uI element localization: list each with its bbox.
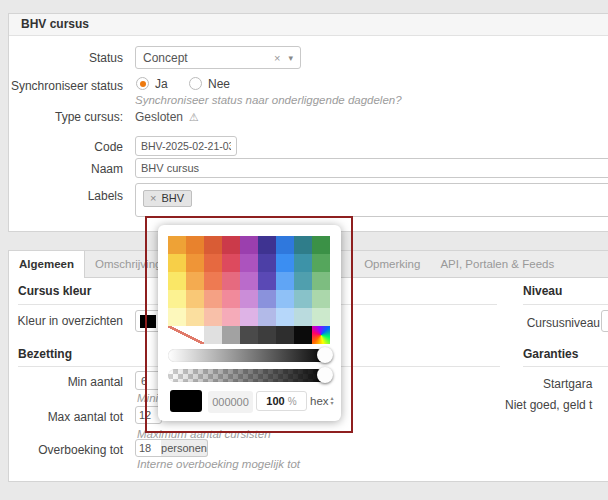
- warning-icon: ⚠: [189, 111, 199, 123]
- page: BHV cursus Status Concept × ▾ Synchronis…: [0, 0, 608, 500]
- palette-color-cell[interactable]: [168, 308, 186, 326]
- palette-color-cell[interactable]: [168, 236, 186, 254]
- palette-color-cell[interactable]: [312, 290, 330, 308]
- palette-color-cell[interactable]: [312, 272, 330, 290]
- opacity-slider-handle[interactable]: [317, 367, 333, 383]
- palette-color-cell[interactable]: [258, 326, 276, 344]
- radio-ja-label[interactable]: Ja: [155, 77, 168, 91]
- shade-slider-handle[interactable]: [317, 347, 333, 363]
- palette-color-cell[interactable]: [222, 236, 240, 254]
- radio-ja[interactable]: [136, 77, 149, 90]
- palette-color-cell[interactable]: [222, 254, 240, 272]
- hex-value-input[interactable]: [208, 391, 253, 413]
- color-picker-popup: 100 % hex ▴ ▾: [158, 225, 341, 421]
- palette-color-cell[interactable]: [186, 236, 204, 254]
- cursusniveau-input[interactable]: [601, 310, 608, 332]
- rainbow-color-cell[interactable]: [312, 326, 330, 344]
- overboeking-suffix: personen: [161, 439, 208, 457]
- sync-helper-text: Synchroniseer status naar onderliggende …: [135, 94, 402, 106]
- tab-opmerking[interactable]: Opmerking: [354, 251, 430, 277]
- cursusniveau-label: Cursusniveau: [500, 316, 600, 330]
- palette-color-cell[interactable]: [258, 290, 276, 308]
- chevron-down-icon: ▾: [288, 53, 293, 63]
- palette-color-cell[interactable]: [186, 254, 204, 272]
- palette-color-cell[interactable]: [240, 272, 258, 290]
- palette-color-cell[interactable]: [312, 236, 330, 254]
- palette-color-cell[interactable]: [204, 272, 222, 290]
- palette-color-cell[interactable]: [204, 308, 222, 326]
- palette-color-cell[interactable]: [204, 326, 222, 344]
- palette-color-cell[interactable]: [240, 290, 258, 308]
- palette-color-cell[interactable]: [294, 290, 312, 308]
- palette-color-cell[interactable]: [240, 308, 258, 326]
- palette-color-cell[interactable]: [186, 290, 204, 308]
- code-input[interactable]: [135, 136, 237, 156]
- naam-label: Naam: [0, 162, 123, 176]
- palette-color-cell[interactable]: [312, 254, 330, 272]
- kleur-in-overzichten-label: Kleur in overzichten: [0, 314, 123, 328]
- format-label: hex: [310, 395, 329, 407]
- palette-color-cell[interactable]: [276, 272, 294, 290]
- palette-color-cell[interactable]: [204, 236, 222, 254]
- opacity-unit: %: [288, 396, 297, 407]
- tab-algemeen[interactable]: Algemeen: [9, 251, 85, 278]
- palette-color-cell[interactable]: [222, 308, 240, 326]
- palette-color-cell[interactable]: [258, 254, 276, 272]
- radio-nee[interactable]: [189, 77, 202, 90]
- radio-nee-label[interactable]: Nee: [208, 77, 230, 91]
- palette-color-cell[interactable]: [186, 308, 204, 326]
- palette-color-cell[interactable]: [258, 308, 276, 326]
- tab-api-portalen-feeds[interactable]: API, Portalen & Feeds: [430, 251, 564, 277]
- palette-color-cell[interactable]: [168, 254, 186, 272]
- min-aantal-label: Min aantal: [0, 375, 123, 389]
- palette-color-cell[interactable]: [258, 272, 276, 290]
- status-label: Status: [0, 51, 123, 65]
- overboeking-input[interactable]: [135, 439, 162, 457]
- tag-remove-icon[interactable]: ×: [150, 192, 156, 204]
- palette-color-cell[interactable]: [294, 254, 312, 272]
- labels-label: Labels: [0, 189, 123, 203]
- palette-color-cell[interactable]: [222, 272, 240, 290]
- palette-color-cell[interactable]: [294, 326, 312, 344]
- palette-color-cell[interactable]: [294, 236, 312, 254]
- shade-slider[interactable]: [168, 349, 330, 362]
- palette-color-cell[interactable]: [240, 326, 258, 344]
- palette-color-cell[interactable]: [168, 290, 186, 308]
- status-select[interactable]: Concept × ▾: [135, 46, 301, 69]
- clear-icon[interactable]: ×: [274, 52, 280, 64]
- current-color-swatch: [140, 315, 156, 328]
- opacity-value-box[interactable]: 100 %: [256, 391, 307, 411]
- palette-color-cell[interactable]: [294, 272, 312, 290]
- section-garanties: Garanties: [523, 347, 608, 367]
- palette-color-cell[interactable]: [204, 290, 222, 308]
- palette-color-cell[interactable]: [276, 308, 294, 326]
- transparent-color-cell[interactable]: [168, 326, 204, 344]
- color-preview-swatch: [170, 390, 202, 412]
- format-spinner[interactable]: ▴ ▾: [331, 396, 334, 406]
- palette-color-cell[interactable]: [204, 254, 222, 272]
- palette-color-cell[interactable]: [168, 272, 186, 290]
- section-niveau: Niveau: [523, 284, 608, 305]
- palette-color-cell[interactable]: [276, 236, 294, 254]
- palette-color-cell[interactable]: [276, 254, 294, 272]
- palette-color-cell[interactable]: [240, 236, 258, 254]
- palette-color-cell[interactable]: [240, 254, 258, 272]
- palette-color-cell[interactable]: [222, 290, 240, 308]
- palette-color-cell[interactable]: [276, 290, 294, 308]
- naam-input[interactable]: [135, 158, 608, 178]
- palette-color-cell[interactable]: [258, 236, 276, 254]
- palette-grid: [168, 236, 330, 344]
- sync-radio-group: Ja Nee: [136, 77, 230, 91]
- opacity-slider[interactable]: [168, 369, 330, 382]
- format-switcher[interactable]: hex ▴ ▾: [310, 391, 334, 411]
- type-cursus-value: Gesloten⚠: [135, 110, 199, 124]
- palette-color-cell[interactable]: [186, 272, 204, 290]
- palette-color-cell[interactable]: [294, 308, 312, 326]
- spinner-down-icon[interactable]: ▾: [331, 401, 334, 406]
- tag-text: BHV: [161, 192, 184, 204]
- labels-input[interactable]: ×BHV: [135, 183, 608, 217]
- palette-color-cell[interactable]: [276, 326, 294, 344]
- palette-color-cell[interactable]: [222, 326, 240, 344]
- palette-color-cell[interactable]: [312, 308, 330, 326]
- max-aantal-label: Max aantal tot: [0, 410, 123, 424]
